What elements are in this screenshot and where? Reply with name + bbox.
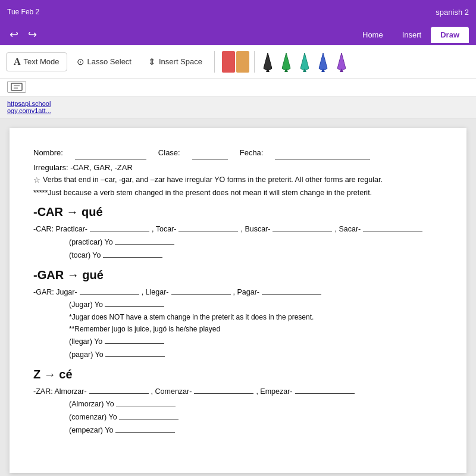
tocar-yo-label: (tocar) Yo: [69, 251, 101, 259]
nav-tabs: Home Insert Draw: [353, 27, 469, 43]
lasso-select-label: Lasso Select: [87, 57, 131, 66]
tab-home[interactable]: Home: [353, 27, 393, 43]
gar-llegar: , Llegar-: [142, 287, 169, 298]
swatch-red[interactable]: [222, 51, 235, 73]
gar-jugar: -GAR: Jugar-: [33, 287, 77, 298]
jugar-note2: **Remember jugo is juice, jugó is he/she…: [69, 324, 443, 334]
pen-purple[interactable]: [333, 51, 350, 73]
swatch-orange[interactable]: [236, 51, 249, 73]
empezar-blank[interactable]: [295, 386, 355, 394]
text-mode-label: Text Mode: [24, 57, 60, 66]
asterisks-note-text: *****Just because a verb stem changed in…: [33, 189, 372, 197]
comenzar-yo-label: (comenzar) Yo: [69, 413, 117, 421]
pen-tools: [259, 51, 350, 73]
empezar-yo-row: (empezar) Yo: [69, 424, 443, 436]
comenzar-yo-blank[interactable]: [119, 411, 178, 419]
pen-green[interactable]: [278, 51, 295, 73]
notebook-title: spanish 2: [436, 8, 469, 17]
pen-teal[interactable]: [296, 51, 313, 73]
top-bar-left: Tue Feb 2: [7, 8, 39, 16]
llegar-yo-row: (llegar) Yo: [69, 336, 443, 347]
buscar-blank[interactable]: [273, 223, 332, 231]
doc-header: Nombre: Clase: Fecha:: [33, 147, 443, 159]
car-sacar: , Sacar-: [334, 224, 361, 235]
undo-buttons[interactable]: ↩ ↪: [7, 27, 39, 42]
comenzar-yo-row: (comenzar) Yo: [69, 411, 443, 423]
almorzar-yo-blank[interactable]: [116, 398, 176, 406]
pen-dark[interactable]: [259, 51, 276, 73]
zar-almorzar: -ZAR: Almorzar-: [33, 386, 87, 397]
toolbar: A Text Mode ⊙ Lasso Select ⇕ Insert Spac…: [0, 45, 476, 79]
almorzar-blank[interactable]: [89, 386, 149, 394]
text-mode-icon: A: [14, 57, 21, 67]
jugar-yo-row: (Jugar) Yo: [69, 299, 443, 311]
pagar-yo-blank[interactable]: [105, 349, 165, 357]
star-icon: ☆: [33, 174, 40, 186]
zar-row: -ZAR: Almorzar- , Comenzar- , Empezar-: [33, 386, 443, 397]
svg-marker-4: [300, 53, 309, 71]
empezar-yo-label: (empezar) Yo: [69, 426, 113, 434]
star-row: ☆ Verbs that end in –car, -gar, and –zar…: [33, 174, 443, 186]
pagar-blank[interactable]: [262, 286, 321, 295]
tocar-yo-blank[interactable]: [103, 249, 162, 258]
car-buscar: , Buscar-: [240, 224, 270, 235]
jugar-yo-blank[interactable]: [105, 299, 164, 307]
insert-space-button[interactable]: ⇕ Insert Space: [141, 53, 209, 71]
z-header: Z → cé: [33, 365, 443, 383]
jugar-blank[interactable]: [80, 286, 139, 295]
pagar-yo-row: (pagar) Yo: [69, 349, 443, 361]
link-area: httpsapi.school ogy.comv1att...: [0, 96, 476, 118]
nombre-label: Nombre:: [33, 147, 63, 159]
zar-empezar: , Empezar-: [256, 386, 292, 397]
sacar-blank[interactable]: [363, 223, 422, 231]
llegar-yo-blank[interactable]: [105, 336, 164, 344]
gar-row: -GAR: Jugar- , Llegar- , Pagar-: [33, 286, 443, 298]
tab-draw[interactable]: Draw: [431, 27, 469, 43]
zar-comenzar: , Comenzar-: [151, 386, 192, 397]
comenzar-blank[interactable]: [194, 386, 253, 394]
practicar-blank[interactable]: [90, 223, 149, 231]
practicar-yo-row: (practicar) Yo: [69, 236, 443, 248]
redo-button[interactable]: ↪: [26, 27, 39, 42]
small-icon-btn[interactable]: [7, 81, 26, 93]
toolbar-divider-2: [254, 51, 255, 73]
pen-blue[interactable]: [315, 51, 331, 73]
tocar-blank[interactable]: [178, 223, 238, 231]
asterisks-note: *****Just because a verb stem changed in…: [33, 187, 443, 199]
top-bar: Tue Feb 2 spanish 2: [0, 0, 476, 24]
gar-header: -GAR → gué: [33, 266, 443, 284]
svg-marker-6: [319, 53, 327, 71]
clase-field[interactable]: [192, 147, 228, 159]
llegar-yo-label: (llegar) Yo: [69, 337, 102, 346]
pagar-yo-label: (pagar) Yo: [69, 350, 104, 359]
jugar-note1: *Jugar does NOT have a stem change in th…: [69, 312, 443, 322]
date-label: Tue Feb 2: [7, 8, 39, 16]
gar-pagar: , Pagar-: [233, 287, 259, 298]
fecha-label: Fecha:: [240, 147, 264, 159]
practicar-yo-label: (practicar) Yo: [69, 238, 113, 246]
document-page: Nombre: Clase: Fecha: Irregulars: -CAR, …: [10, 128, 466, 473]
color-swatches: [222, 51, 249, 73]
clase-label: Clase:: [158, 147, 180, 159]
svg-marker-8: [337, 53, 346, 71]
undo-button[interactable]: ↩: [7, 27, 21, 42]
icon-row: [0, 79, 476, 96]
svg-rect-10: [11, 83, 22, 90]
tab-insert[interactable]: Insert: [393, 27, 431, 43]
car-header: -CAR → qué: [33, 203, 443, 221]
practicar-yo-blank[interactable]: [115, 236, 174, 245]
fecha-field[interactable]: [275, 147, 370, 159]
lasso-select-button[interactable]: ⊙ Lasso Select: [70, 53, 139, 71]
svg-marker-0: [264, 53, 272, 71]
link-text: httpsapi.school ogy.comv1att...: [7, 100, 51, 114]
nombre-field[interactable]: [75, 147, 146, 159]
llegar-blank[interactable]: [171, 286, 231, 295]
text-mode-button[interactable]: A Text Mode: [6, 52, 67, 71]
insert-space-icon: ⇕: [148, 57, 156, 67]
car-practicar: -CAR: Practicar-: [33, 224, 87, 235]
car-tocar: , Tocar-: [152, 224, 176, 235]
svg-marker-2: [282, 53, 290, 71]
toolbar-divider: [214, 51, 215, 73]
irregulars-label: Irregulars: -CAR, GAR, -ZAR: [33, 162, 443, 174]
empezar-yo-blank[interactable]: [115, 424, 175, 433]
